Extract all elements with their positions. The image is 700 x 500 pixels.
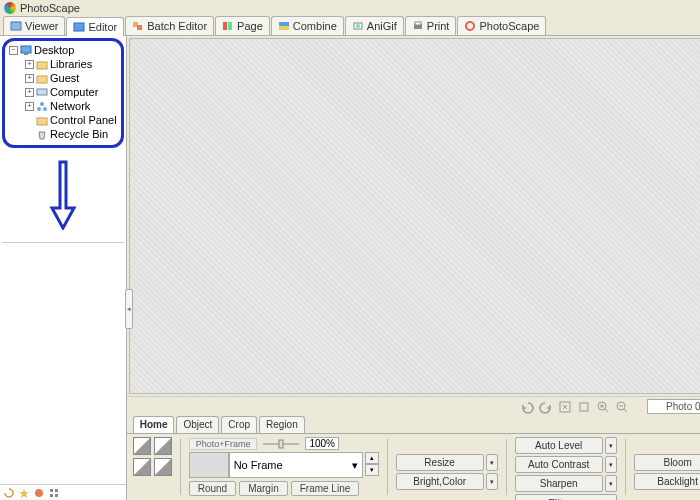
- auto-level-dropdown[interactable]: ▾: [605, 437, 617, 454]
- tree-label: Recycle Bin: [50, 128, 108, 140]
- sharpen-dropdown[interactable]: ▾: [605, 475, 617, 492]
- frame-dropdown[interactable]: No Frame▾: [229, 452, 363, 478]
- svg-rect-26: [55, 494, 58, 497]
- tree-label: Control Panel: [50, 114, 117, 126]
- expand-icon[interactable]: +: [25, 88, 34, 97]
- svg-rect-0: [11, 22, 21, 30]
- zoom-out-icon[interactable]: [615, 400, 629, 414]
- viewer-icon: [10, 21, 22, 31]
- folder-tree[interactable]: − Desktop +Libraries +Guest +Computer +N…: [7, 43, 119, 141]
- image-canvas[interactable]: ◂: [129, 38, 700, 394]
- auto-contrast-button[interactable]: Auto Contrast: [515, 456, 603, 473]
- svg-point-9: [356, 24, 360, 28]
- panel-splitter[interactable]: ◂: [125, 289, 133, 329]
- anigif-icon: [352, 21, 364, 31]
- zoom-in-icon[interactable]: [596, 400, 610, 414]
- titlebar: PhotoScape: [0, 0, 700, 16]
- content-area: ◂ Photo 0 x 0 Home Object Crop Region: [127, 36, 700, 500]
- canvas-toolbar: Photo 0 x 0: [127, 396, 700, 416]
- tree-item-guest[interactable]: +Guest: [7, 71, 119, 85]
- opacity-slider[interactable]: [261, 438, 301, 450]
- tab-batch-editor[interactable]: Batch Editor: [125, 16, 214, 35]
- bright-dropdown[interactable]: ▾: [486, 473, 498, 490]
- bloom-button[interactable]: Bloom: [634, 454, 700, 471]
- tab-label: Print: [427, 20, 450, 32]
- svg-rect-11: [415, 22, 421, 25]
- subtab-crop[interactable]: Crop: [221, 416, 257, 433]
- frame-line-button[interactable]: Frame Line: [291, 481, 360, 496]
- folder-icon: [36, 59, 48, 70]
- bright-color-button[interactable]: Bright,Color: [396, 473, 484, 490]
- subtab-region[interactable]: Region: [259, 416, 305, 433]
- svg-rect-23: [50, 489, 53, 492]
- view-icon[interactable]: [48, 487, 60, 499]
- expand-icon[interactable]: +: [25, 102, 34, 111]
- subtab-object[interactable]: Object: [176, 416, 219, 433]
- tab-page[interactable]: Page: [215, 16, 270, 35]
- zoom-fit-icon[interactable]: [558, 400, 572, 414]
- filter-label: Filter: [548, 497, 572, 501]
- controls-panel: Photo+Frame 100% No Frame▾ ▴ ▾ Round Mar…: [127, 434, 700, 500]
- margin-button[interactable]: Margin: [239, 481, 288, 496]
- tab-label: Editor: [88, 21, 117, 33]
- auto-level-button[interactable]: Auto Level: [515, 437, 603, 454]
- sharpen-button[interactable]: Sharpen: [515, 475, 603, 492]
- photo-frame-label: Photo+Frame: [189, 438, 258, 450]
- tab-viewer[interactable]: Viewer: [3, 16, 65, 35]
- flip-h-button[interactable]: [133, 458, 151, 476]
- frame-prev-button[interactable]: ▴: [365, 452, 379, 464]
- tree-item-libraries[interactable]: +Libraries: [7, 57, 119, 71]
- redo-icon[interactable]: [539, 400, 553, 414]
- tree-item-network[interactable]: +Network: [7, 99, 119, 113]
- rotate-flip-buttons: [133, 437, 172, 497]
- photoscape-icon: [464, 21, 476, 31]
- round-button[interactable]: Round: [189, 481, 236, 496]
- zoom-actual-icon[interactable]: [577, 400, 591, 414]
- rotate-cw-button[interactable]: [154, 437, 172, 455]
- svg-rect-4: [223, 22, 227, 30]
- tree-label: Network: [50, 100, 90, 112]
- tree-item-computer[interactable]: +Computer: [7, 85, 119, 99]
- frame-next-button[interactable]: ▾: [365, 464, 379, 476]
- auto-contrast-dropdown[interactable]: ▾: [605, 456, 617, 473]
- resize-section: Resize▾ Bright,Color▾: [396, 454, 498, 497]
- collapse-icon[interactable]: −: [9, 46, 18, 55]
- filter-button[interactable]: Filter ▾: [515, 494, 617, 500]
- refresh-icon[interactable]: [3, 487, 15, 499]
- app-logo-icon: [4, 2, 16, 14]
- frame-preview: [189, 452, 229, 478]
- tab-anigif[interactable]: AniGif: [345, 16, 404, 35]
- thumbnail-panel[interactable]: [2, 242, 124, 482]
- computer-icon: [36, 87, 48, 98]
- tree-root[interactable]: − Desktop: [7, 43, 119, 57]
- photo-dimensions: Photo 0 x 0: [647, 399, 700, 414]
- main-tabs: Viewer Editor Batch Editor Page Combine …: [0, 16, 700, 36]
- auto-section: Auto Level▾ Auto Contrast▾ Sharpen▾ Filt…: [515, 437, 617, 497]
- svg-rect-13: [21, 46, 31, 53]
- folder-tree-highlight: − Desktop +Libraries +Guest +Computer +N…: [2, 38, 124, 148]
- rotate-ccw-button[interactable]: [133, 437, 151, 455]
- tab-editor[interactable]: Editor: [66, 17, 124, 36]
- expand-icon[interactable]: +: [25, 74, 34, 83]
- flip-v-button[interactable]: [154, 458, 172, 476]
- config-icon[interactable]: [33, 487, 45, 499]
- tab-photoscape[interactable]: PhotoScape: [457, 16, 546, 35]
- page-icon: [222, 21, 234, 31]
- resize-button[interactable]: Resize: [396, 454, 484, 471]
- desktop-icon: [20, 45, 32, 56]
- tab-combine[interactable]: Combine: [271, 16, 344, 35]
- star-icon[interactable]: [18, 487, 30, 499]
- network-icon: [36, 101, 48, 112]
- app-title: PhotoScape: [20, 2, 80, 14]
- tree-item-control-panel[interactable]: Control Panel: [7, 113, 119, 127]
- backlight-button[interactable]: Backlight: [634, 473, 700, 490]
- sidebar: − Desktop +Libraries +Guest +Computer +N…: [0, 36, 127, 500]
- tab-label: AniGif: [367, 20, 397, 32]
- undo-icon[interactable]: [520, 400, 534, 414]
- tree-item-recycle-bin[interactable]: Recycle Bin: [7, 127, 119, 141]
- svg-rect-28: [580, 403, 588, 411]
- tab-print[interactable]: Print: [405, 16, 457, 35]
- resize-dropdown[interactable]: ▾: [486, 454, 498, 471]
- subtab-home[interactable]: Home: [133, 416, 175, 433]
- expand-icon[interactable]: +: [25, 60, 34, 69]
